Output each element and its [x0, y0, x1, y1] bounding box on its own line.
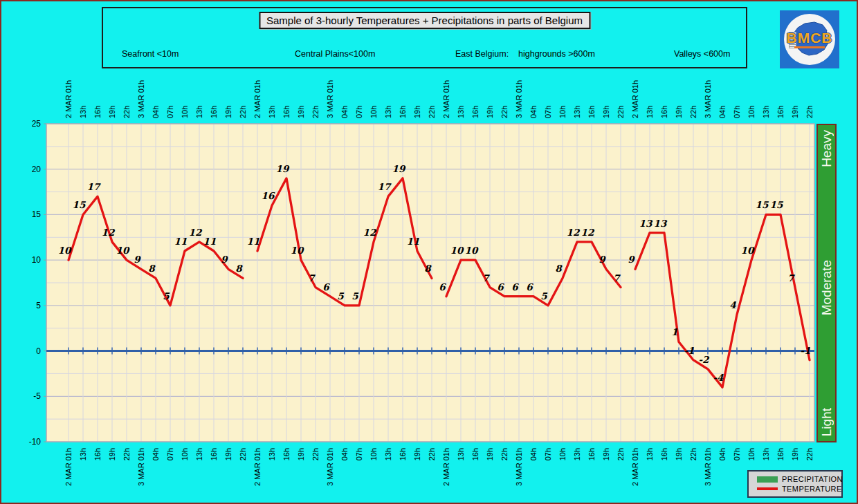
- svg-text:13h: 13h: [195, 448, 203, 460]
- svg-text:22h: 22h: [805, 448, 814, 460]
- svg-text:9: 9: [628, 254, 635, 265]
- svg-text:22h: 22h: [311, 448, 320, 460]
- svg-text:10: 10: [58, 245, 72, 256]
- svg-text:17: 17: [378, 181, 392, 192]
- svg-text:12: 12: [567, 227, 581, 238]
- legend: PRECIPITATION TEMPERATURE: [747, 470, 843, 498]
- svg-text:7: 7: [613, 272, 621, 283]
- svg-text:13h: 13h: [762, 106, 770, 118]
- svg-text:16h: 16h: [587, 106, 596, 118]
- svg-text:13h: 13h: [646, 106, 654, 118]
- svg-text:10h: 10h: [747, 448, 756, 460]
- svg-text:13h: 13h: [762, 448, 770, 460]
- svg-text:19h: 19h: [675, 106, 683, 118]
- y-axis: 2520151050-5-10: [29, 119, 46, 447]
- svg-text:12: 12: [581, 227, 595, 238]
- svg-text:11: 11: [407, 236, 420, 247]
- svg-text:07h: 07h: [544, 448, 552, 460]
- svg-text:3 MAR 01h: 3 MAR 01h: [704, 80, 712, 118]
- svg-text:13h: 13h: [79, 448, 87, 460]
- svg-text:9: 9: [134, 254, 141, 265]
- svg-text:19h: 19h: [675, 448, 683, 460]
- svg-text:10: 10: [465, 245, 479, 256]
- svg-text:10h: 10h: [369, 448, 378, 460]
- weather-chart-window: Sample of 3-hourly Temperatures + Precip…: [0, 0, 858, 504]
- svg-text:3 MAR 01h: 3 MAR 01h: [326, 448, 334, 486]
- svg-text:0: 0: [36, 346, 41, 356]
- svg-text:17: 17: [87, 181, 101, 192]
- svg-text:07h: 07h: [355, 448, 363, 460]
- svg-text:8: 8: [424, 263, 432, 274]
- temperature-chart: 2520151050-5-102 MAR 01h2 MAR 01h13h13h1…: [1, 1, 858, 504]
- svg-text:13h: 13h: [457, 106, 465, 118]
- svg-text:11: 11: [247, 236, 260, 247]
- svg-text:04h: 04h: [529, 106, 538, 118]
- svg-text:10: 10: [741, 245, 755, 256]
- svg-text:20: 20: [32, 165, 42, 174]
- svg-text:10h: 10h: [369, 106, 378, 118]
- svg-text:16h: 16h: [660, 448, 668, 460]
- svg-text:2 MAR 01h: 2 MAR 01h: [253, 80, 262, 118]
- precipitation-swatch-icon: [757, 476, 778, 483]
- legend-item-precipitation: PRECIPITATION: [757, 474, 837, 484]
- svg-text:04h: 04h: [152, 448, 160, 460]
- svg-text:9: 9: [221, 254, 228, 265]
- svg-text:3 MAR 01h: 3 MAR 01h: [326, 80, 334, 118]
- svg-text:07h: 07h: [733, 106, 741, 118]
- svg-text:07h: 07h: [733, 448, 741, 460]
- svg-text:19: 19: [276, 163, 290, 174]
- svg-text:19: 19: [392, 163, 406, 174]
- svg-text:8: 8: [555, 263, 563, 274]
- svg-text:16h: 16h: [282, 448, 291, 460]
- svg-text:10: 10: [116, 245, 130, 256]
- svg-text:16h: 16h: [93, 106, 102, 118]
- svg-text:15: 15: [770, 199, 784, 210]
- svg-text:19h: 19h: [108, 448, 116, 460]
- svg-text:04h: 04h: [718, 448, 727, 460]
- svg-text:19h: 19h: [297, 106, 305, 118]
- svg-text:16h: 16h: [210, 448, 218, 460]
- svg-text:5: 5: [540, 290, 548, 301]
- svg-text:12: 12: [363, 227, 377, 238]
- svg-text:07h: 07h: [166, 448, 174, 460]
- svg-text:3 MAR 01h: 3 MAR 01h: [515, 80, 523, 118]
- svg-text:6: 6: [322, 281, 330, 292]
- svg-text:-1: -1: [684, 345, 695, 356]
- svg-text:4: 4: [729, 299, 736, 310]
- svg-text:19h: 19h: [108, 106, 116, 118]
- svg-text:9: 9: [599, 254, 606, 265]
- svg-text:2 MAR 01h: 2 MAR 01h: [631, 448, 639, 486]
- svg-text:2 MAR 01h: 2 MAR 01h: [64, 80, 73, 118]
- svg-text:6: 6: [497, 281, 504, 292]
- svg-text:19h: 19h: [602, 106, 610, 118]
- svg-text:2 MAR 01h: 2 MAR 01h: [631, 80, 639, 118]
- svg-text:13h: 13h: [384, 106, 392, 118]
- svg-text:-10: -10: [29, 437, 42, 447]
- svg-text:22h: 22h: [805, 106, 814, 118]
- svg-text:15: 15: [73, 199, 86, 210]
- svg-text:22h: 22h: [428, 106, 436, 118]
- svg-text:19h: 19h: [297, 448, 305, 460]
- svg-text:22h: 22h: [689, 448, 697, 460]
- svg-text:13: 13: [654, 218, 668, 229]
- svg-text:3 MAR 01h: 3 MAR 01h: [137, 448, 145, 486]
- svg-text:3 MAR 01h: 3 MAR 01h: [515, 448, 523, 486]
- svg-text:10: 10: [450, 245, 464, 256]
- legend-item-temperature: TEMPERATURE: [757, 484, 837, 494]
- svg-text:16h: 16h: [660, 106, 668, 118]
- svg-text:22h: 22h: [311, 106, 320, 118]
- temperature-swatch-icon: [757, 487, 778, 490]
- svg-text:5: 5: [352, 290, 359, 301]
- svg-text:15: 15: [32, 209, 42, 219]
- svg-text:22h: 22h: [617, 448, 625, 460]
- svg-text:16h: 16h: [776, 106, 785, 118]
- svg-text:-2: -2: [699, 354, 711, 365]
- svg-text:22h: 22h: [500, 106, 509, 118]
- svg-text:8: 8: [235, 263, 243, 274]
- svg-text:22h: 22h: [239, 448, 247, 460]
- svg-text:8: 8: [148, 263, 156, 274]
- legend-label: TEMPERATURE: [782, 485, 842, 493]
- scale-label-light: Light: [820, 408, 833, 436]
- svg-text:10: 10: [291, 245, 304, 256]
- svg-text:13h: 13h: [573, 106, 581, 118]
